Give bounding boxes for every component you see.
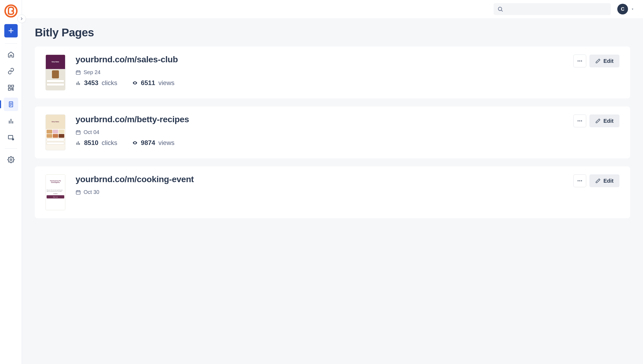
card-info: yourbrnd.co/m/cooking-event Oct 30 (76, 174, 563, 199)
plus-icon (7, 27, 14, 34)
account-menu[interactable]: C (617, 4, 634, 14)
clicks-stat: 3453 clicks (76, 79, 117, 87)
nav-links[interactable] (4, 64, 18, 78)
edit-label: Edit (603, 178, 614, 184)
edit-label: Edit (603, 118, 614, 124)
views-stat: 9874 views (132, 139, 174, 147)
calendar-icon (76, 130, 81, 135)
sidebar-expand-button[interactable] (17, 14, 26, 23)
svg-rect-39 (76, 191, 80, 194)
bar-chart-icon (76, 140, 81, 145)
svg-point-25 (578, 60, 579, 62)
nav-campaigns[interactable] (4, 131, 18, 144)
date-row: Sep 24 (76, 69, 563, 75)
divider (5, 43, 17, 44)
stats-row: 3453 clicks 6511 views (76, 79, 563, 87)
svg-rect-4 (12, 85, 14, 87)
clicks-value: 8510 (84, 139, 98, 147)
svg-rect-17 (76, 71, 80, 74)
stats-row: 8510 clicks 9874 views (76, 139, 563, 147)
nav-qr[interactable] (4, 81, 18, 94)
svg-point-44 (579, 180, 580, 181)
edit-button[interactable]: Edit (589, 114, 619, 127)
svg-line-16 (501, 10, 502, 11)
svg-point-37 (579, 120, 580, 121)
search-icon (497, 6, 503, 12)
svg-point-36 (578, 120, 579, 121)
views-label: views (158, 139, 174, 147)
page-thumbnail: Betty Baker (46, 55, 65, 90)
clicks-value: 3453 (84, 79, 98, 87)
create-button[interactable] (4, 24, 18, 37)
clicks-stat: 8510 clicks (76, 139, 117, 147)
views-value: 6511 (141, 79, 155, 87)
sidebar (0, 0, 22, 364)
card-actions: Edit (573, 55, 619, 67)
calendar-icon (76, 70, 81, 75)
bar-chart-icon (76, 80, 81, 86)
svg-point-14 (10, 159, 12, 161)
page-thumbnail: Thanksgiving Pie Extravaganza Discover t… (46, 174, 65, 210)
bitly-logo (4, 4, 18, 18)
content-area: Bitly Pages Betty Baker yourbrnd.co/m/sa… (22, 18, 643, 364)
page-url[interactable]: yourbrnd.co/m/sales-club (76, 55, 563, 64)
main-region: C Bitly Pages Betty Baker yourbrnd.co/m/… (22, 0, 643, 364)
more-button[interactable] (573, 174, 586, 187)
edit-button[interactable]: Edit (589, 55, 619, 67)
nav-pages[interactable] (4, 98, 18, 111)
page-icon (7, 101, 14, 108)
svg-point-45 (581, 180, 582, 181)
eye-icon (132, 80, 138, 86)
svg-rect-13 (8, 135, 13, 139)
card-info: yourbrnd.co/m/sales-club Sep 24 3453 cli… (76, 55, 563, 87)
device-star-icon (7, 134, 14, 141)
svg-point-27 (581, 60, 582, 62)
bar-chart-icon (7, 117, 14, 124)
page-card: Betty Baker yourbrnd.co/m/sales-club Sep… (35, 47, 630, 98)
search-input[interactable] (494, 3, 611, 15)
page-card: Betty Baker yourbrnd.co/m/betty-recipes … (35, 106, 630, 158)
date-row: Oct 04 (76, 129, 563, 135)
pencil-icon (595, 58, 601, 64)
card-actions: Edit (573, 114, 619, 127)
more-icon (577, 58, 583, 64)
calendar-icon (76, 190, 81, 195)
page-card: Thanksgiving Pie Extravaganza Discover t… (35, 166, 630, 218)
clicks-label: clicks (101, 139, 117, 147)
svg-point-24 (134, 82, 135, 83)
svg-point-43 (578, 180, 579, 181)
page-title: Bitly Pages (35, 26, 630, 39)
svg-point-35 (134, 142, 135, 143)
page-url[interactable]: yourbrnd.co/m/betty-recipes (76, 114, 563, 124)
views-label: views (158, 79, 174, 87)
more-button[interactable] (573, 114, 586, 127)
card-info: yourbrnd.co/m/betty-recipes Oct 04 8510 … (76, 114, 563, 147)
more-icon (577, 118, 583, 124)
chevron-right-icon (20, 17, 24, 21)
svg-point-38 (581, 120, 582, 121)
more-icon (577, 178, 583, 184)
pencil-icon (595, 178, 601, 183)
page-url[interactable]: yourbrnd.co/m/cooking-event (76, 174, 563, 184)
more-button[interactable] (573, 55, 586, 67)
date-row: Oct 30 (76, 189, 563, 195)
svg-rect-5 (8, 88, 10, 90)
nav-analytics[interactable] (4, 114, 18, 128)
divider (5, 148, 17, 149)
page-date: Oct 04 (84, 129, 99, 135)
gear-icon (7, 156, 14, 163)
link-icon (7, 68, 14, 75)
edit-label: Edit (603, 58, 614, 64)
pencil-icon (595, 118, 601, 124)
nav-settings[interactable] (4, 153, 18, 166)
nav-home[interactable] (4, 48, 18, 61)
svg-point-26 (579, 60, 580, 62)
card-actions: Edit (573, 174, 619, 187)
views-value: 9874 (141, 139, 155, 147)
views-stat: 6511 views (132, 79, 174, 87)
page-thumbnail: Betty Baker (46, 114, 65, 150)
caret-down-icon (631, 7, 634, 11)
edit-button[interactable]: Edit (589, 174, 619, 187)
svg-rect-28 (76, 131, 80, 134)
qr-icon (7, 84, 14, 91)
